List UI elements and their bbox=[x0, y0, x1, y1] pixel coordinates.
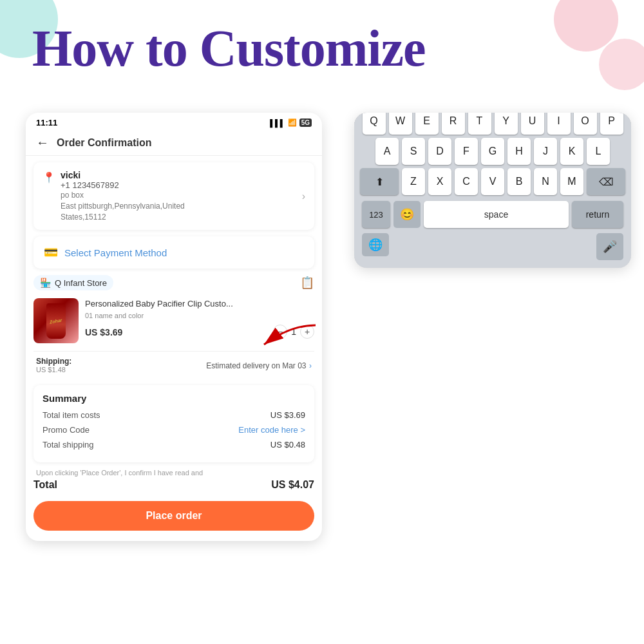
key-p[interactable]: P bbox=[600, 113, 623, 135]
key-123[interactable]: 123 bbox=[362, 201, 390, 228]
address-info: vicki +1 1234567892 po box East pittsbur… bbox=[61, 170, 185, 222]
total-value: US $4.07 bbox=[271, 479, 314, 491]
key-mic[interactable]: 🎤 bbox=[596, 233, 623, 260]
left-payment-card[interactable]: 💳 Select Payment Method bbox=[33, 236, 314, 269]
key-x[interactable]: X bbox=[428, 168, 451, 195]
left-status-bar: 11:11 ▌▌▌ 📶 5G bbox=[26, 113, 322, 130]
product-variant: 01 name and color bbox=[85, 312, 314, 319]
address-phone: +1 1234567892 bbox=[61, 180, 185, 190]
left-nav-bar: ← Order Confirmation bbox=[26, 130, 322, 156]
bottle-label: Zohar bbox=[50, 317, 62, 324]
place-order-button[interactable]: Place order bbox=[33, 501, 314, 531]
left-nav-title: Order Confirmation bbox=[57, 137, 152, 149]
product-price: US $3.69 bbox=[85, 327, 122, 337]
shipping-total-value: US $0.48 bbox=[270, 440, 305, 450]
key-j[interactable]: J bbox=[534, 138, 557, 165]
product-name: Personalized Baby Pacifier Clip Custo... bbox=[85, 298, 314, 310]
key-q[interactable]: Q bbox=[363, 113, 386, 135]
key-r[interactable]: R bbox=[442, 113, 465, 135]
disclaimer-text: Upon clicking 'Place Order', I confirm I… bbox=[36, 469, 312, 477]
location-icon: 📍 bbox=[43, 171, 55, 184]
shipping-info: Shipping: US $1.48 bbox=[36, 357, 71, 374]
key-i[interactable]: I bbox=[547, 113, 571, 135]
item-cost-row: Total item costs US $3.69 bbox=[43, 410, 305, 420]
address-zip: States,15112 bbox=[61, 212, 185, 223]
key-w[interactable]: W bbox=[389, 113, 412, 135]
shipping-cost: US $1.48 bbox=[36, 366, 71, 374]
address-name: vicki bbox=[61, 170, 185, 180]
key-h[interactable]: H bbox=[507, 138, 531, 165]
delivery-date: Estimated delivery on Mar 03 bbox=[206, 361, 306, 370]
main-title: How to Customize bbox=[32, 19, 426, 78]
item-cost-label: Total item costs bbox=[43, 410, 100, 420]
keyboard-globe-row: 🌐 🎤 bbox=[357, 231, 629, 265]
shipping-delivery: Estimated delivery on Mar 03 › bbox=[206, 359, 312, 371]
key-s[interactable]: S bbox=[402, 138, 425, 165]
product-image: Zohar bbox=[33, 298, 79, 343]
key-space[interactable]: space bbox=[424, 201, 569, 228]
shipping-label: Shipping: bbox=[36, 357, 71, 366]
keyboard-row-1: Q W E R T Y U I O P bbox=[357, 113, 629, 135]
shipping-chevron: › bbox=[309, 361, 312, 370]
keyboard-spacer bbox=[389, 233, 596, 260]
address-row: 📍 vicki +1 1234567892 po box East pittsb… bbox=[43, 170, 305, 222]
key-y[interactable]: Y bbox=[495, 113, 518, 135]
key-d[interactable]: D bbox=[428, 138, 451, 165]
virtual-keyboard: I The I'm Q W E R T Y U I O P A S D bbox=[354, 113, 631, 268]
key-c[interactable]: C bbox=[455, 168, 478, 195]
bottle-decoration: Zohar bbox=[46, 303, 66, 339]
left-time: 11:11 bbox=[36, 118, 57, 128]
key-f[interactable]: F bbox=[455, 138, 478, 165]
key-u[interactable]: U bbox=[521, 113, 544, 135]
store-icon: 🏪 bbox=[40, 278, 51, 288]
arrow-annotation bbox=[251, 319, 328, 360]
signal-icon: ▌▌▌ bbox=[270, 119, 285, 127]
left-back-button[interactable]: ← bbox=[36, 135, 49, 150]
item-cost-value: US $3.69 bbox=[270, 410, 305, 420]
summary-title: Summary bbox=[43, 393, 305, 404]
keyboard-row-2: A S D F G H J K L bbox=[357, 138, 629, 165]
left-status-icons: ▌▌▌ 📶 5G bbox=[270, 118, 312, 127]
key-k[interactable]: K bbox=[560, 138, 583, 165]
left-address-card[interactable]: 📍 vicki +1 1234567892 po box East pittsb… bbox=[33, 162, 314, 230]
promo-label: Promo Code bbox=[43, 425, 90, 435]
key-n[interactable]: N bbox=[534, 168, 557, 195]
key-a[interactable]: A bbox=[375, 138, 399, 165]
key-emoji[interactable]: 😊 bbox=[393, 201, 421, 228]
payment-icon: 💳 bbox=[44, 245, 58, 260]
key-return[interactable]: return bbox=[572, 201, 623, 228]
key-t[interactable]: T bbox=[468, 113, 491, 135]
shipping-total-label: Total shipping bbox=[43, 440, 94, 450]
wifi-icon: 📶 bbox=[288, 118, 297, 127]
total-row: Total US $4.07 bbox=[33, 479, 314, 491]
shipping-total-row: Total shipping US $0.48 bbox=[43, 440, 305, 450]
key-g[interactable]: G bbox=[481, 138, 504, 165]
network-badge: 5G bbox=[299, 118, 312, 127]
keyboard-bottom-row: 123 😊 space return bbox=[357, 198, 629, 231]
key-o[interactable]: O bbox=[574, 113, 597, 135]
promo-value: Enter code here > bbox=[238, 425, 305, 435]
address-city: East pittsburgh,Pennsylvania,United bbox=[61, 201, 185, 212]
right-phone: 11:11 ▌▌▌ 📶 5G ← Order Confirmation 📍 vi… bbox=[354, 113, 631, 268]
total-label: Total bbox=[33, 479, 57, 491]
summary-card: Summary Total item costs US $3.69 Promo … bbox=[33, 385, 314, 462]
bg-circle-pink2 bbox=[599, 39, 644, 90]
key-shift[interactable]: ⬆ bbox=[360, 168, 399, 195]
key-b[interactable]: B bbox=[507, 168, 531, 195]
key-m[interactable]: M bbox=[560, 168, 583, 195]
note-icon[interactable]: 📋 bbox=[300, 276, 314, 290]
keyboard-row-3: ⬆ Z X C V B N M ⌫ bbox=[357, 168, 629, 195]
item-remarks-popup: remarks name e.g. (devon & BU) Item rema… bbox=[354, 113, 631, 268]
address-chevron-icon: › bbox=[302, 191, 305, 202]
payment-label: Select Payment Method bbox=[64, 247, 167, 258]
promo-row[interactable]: Promo Code Enter code here > bbox=[43, 425, 305, 435]
key-e[interactable]: E bbox=[415, 113, 439, 135]
store-name: Q Infant Store bbox=[55, 278, 107, 288]
key-l[interactable]: L bbox=[587, 138, 610, 165]
address-street: po box bbox=[61, 190, 185, 201]
key-globe[interactable]: 🌐 bbox=[362, 233, 389, 256]
key-v[interactable]: V bbox=[481, 168, 504, 195]
store-row: 🏪 Q Infant Store 📋 bbox=[33, 275, 314, 290]
key-z[interactable]: Z bbox=[402, 168, 425, 195]
key-delete[interactable]: ⌫ bbox=[587, 168, 625, 195]
